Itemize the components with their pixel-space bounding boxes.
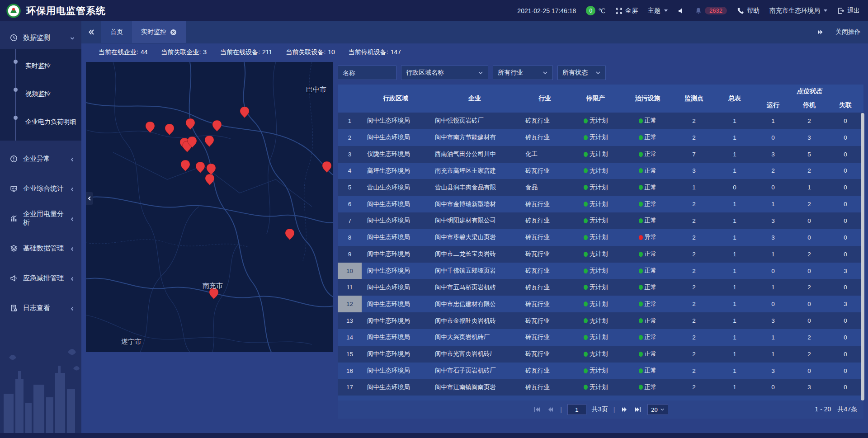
chevron-left-icon	[70, 156, 75, 161]
cell-limit-production: 无计划	[570, 129, 622, 146]
cell-monitor-points: 2	[674, 379, 714, 396]
cell-company: 阆中市南方节能建材有	[429, 129, 520, 146]
page-number-input[interactable]	[567, 404, 586, 415]
column-header-total: 总表	[714, 85, 755, 113]
map-canvas[interactable]: 巴中市南充市遂宁市	[86, 62, 333, 352]
cell-company: 阆中市金博瑞新型墙材	[429, 196, 520, 212]
sidebar-subitem-realtime-monitor[interactable]: 实时监控	[0, 52, 81, 80]
table-row[interactable]: 14阆中生态环境局阆中大兴页岩机砖厂砖瓦行业无计划正常21120	[338, 329, 863, 346]
table-row[interactable]: 11阆中生态环境局阆中市五马桥页岩机砖砖瓦行业无计划正常21120	[338, 279, 863, 296]
status-dot-green	[639, 368, 643, 373]
sidebar-subitem-video-monitor[interactable]: 视频监控	[0, 80, 81, 108]
cell-lost: 0	[827, 212, 863, 229]
table-row[interactable]: 3仪陇生态环境局西南油气田分公司川中化工无计划正常71350	[338, 146, 863, 163]
table-row[interactable]: 4高坪生态环境局南充市高坪区王家店建砖瓦行业无计划正常31220	[338, 163, 863, 179]
close-operations-button[interactable]: 关闭操作	[835, 28, 861, 36]
cell-monitor-points: 7	[674, 146, 714, 163]
table-row[interactable]: 5营山生态环境局营山县润丰肉食品有限食品无计划正常10010	[338, 179, 863, 196]
facility-text: 正常	[645, 283, 657, 292]
sidebar-item-emergency-reduction[interactable]: 应急减排管理	[0, 266, 81, 290]
table-row[interactable]: 17阆中生态环境局阆中市江南镇阆南页岩砖瓦行业无计划正常21030	[338, 379, 863, 396]
table-row[interactable]: 18南部生态环境局南部县砂华页岩有限公砖瓦行业无计划正常60060	[338, 396, 863, 400]
status-dot-green	[584, 285, 588, 290]
table-row[interactable]: 13阆中生态环境局阆中市金福旺页岩机砖砖瓦行业无计划正常21300	[338, 312, 863, 329]
status-dot-green	[639, 285, 643, 290]
cell-running: 3	[755, 212, 791, 229]
help-button[interactable]: 帮助	[737, 7, 760, 15]
logout-button[interactable]: 退出	[837, 7, 860, 15]
tab-realtime[interactable]: 实时监控	[132, 21, 186, 43]
table-row[interactable]: 2阆中生态环境局阆中市南方节能建材有砖瓦行业无计划正常21030	[338, 129, 863, 146]
cell-pollution-facility: 正常	[622, 129, 674, 146]
cell-lost: 0	[827, 179, 863, 196]
horn-icon	[10, 274, 18, 282]
cell-lost: 0	[827, 279, 863, 296]
table-row[interactable]: 10阆中生态环境局阆中千佛镇五郎垭页岩砖瓦行业无计划正常21003	[338, 263, 863, 279]
region-select[interactable]: 行政区域名称	[401, 66, 488, 80]
sidebar-subitem-label: 视频监控	[25, 90, 51, 98]
table-row[interactable]: 12阆中生态环境局阆中市忠信建材有限公砖瓦行业无计划正常21003	[338, 296, 863, 312]
cell-total-meters: 1	[714, 129, 755, 146]
cell-stopped: 2	[791, 196, 827, 212]
sidebar-item-data-monitor[interactable]: 数据监测	[0, 26, 81, 49]
table-row[interactable]: 9阆中生态环境局阆中市二龙长宝页岩砖砖瓦行业无计划正常21120	[338, 246, 863, 263]
sidebar-item-power-analysis[interactable]: 企业用电量分析	[0, 207, 81, 230]
table-scrollbar[interactable]	[861, 113, 864, 400]
next-page-button[interactable]	[620, 405, 628, 414]
cell-industry: 砖瓦行业	[520, 263, 570, 279]
cell-limit-production: 无计划	[570, 363, 622, 379]
page-size-select[interactable]: 20	[647, 404, 668, 415]
column-header-company: 企业	[429, 85, 520, 113]
industry-select[interactable]: 所有行业	[493, 66, 553, 80]
table-row[interactable]: 6阆中生态环境局阆中市金博瑞新型墙材砖瓦行业无计划正常21120	[338, 196, 863, 212]
close-icon[interactable]	[170, 29, 177, 36]
table-row[interactable]: 16阆中生态环境局阆中市石子页岩机砖厂砖瓦行业无计划正常21300	[338, 363, 863, 379]
tabs-scroll-right-button[interactable]	[816, 21, 824, 43]
fullscreen-button[interactable]: 全屏	[615, 7, 638, 15]
sidebar-item-enterprise-abnormal[interactable]: 企业异常	[0, 147, 81, 170]
limit-text: 无计划	[590, 350, 608, 358]
last-page-button[interactable]	[634, 405, 642, 414]
prev-page-button[interactable]	[547, 405, 555, 414]
sidebar-item-base-data[interactable]: 基础数据管理	[0, 236, 81, 260]
table-row[interactable]: 15阆中生态环境局阆中市光富页岩机砖厂砖瓦行业无计划正常21120	[338, 346, 863, 363]
first-page-button[interactable]	[533, 405, 541, 414]
sidebar-item-enterprise-stats[interactable]: 企业综合统计	[0, 177, 81, 200]
cell-lost: 3	[827, 263, 863, 279]
cell-industry: 砖瓦行业	[520, 296, 570, 312]
enterprise-table: 行政区域企业行业停限产治污设施监测点总表点位状态运行停机失联 1阆中生态环境局阆…	[338, 85, 863, 419]
chevron-down-icon	[478, 70, 483, 75]
table-row[interactable]: 7阆中生态环境局阆中明阳建材有限公司砖瓦行业无计划正常21300	[338, 212, 863, 229]
theme-menu[interactable]: 主题	[648, 7, 668, 15]
status-dot-green	[639, 168, 643, 173]
bar-chart-icon	[10, 215, 18, 222]
cell-total-meters: 0	[714, 396, 755, 400]
table-row[interactable]: 8阆中生态环境局阆中市枣碧大梁山页岩砖瓦行业无计划异常21300	[338, 229, 863, 246]
map-collapse-handle[interactable]	[86, 192, 93, 205]
cell-pollution-facility: 正常	[622, 329, 674, 346]
log-doc-icon	[10, 304, 18, 312]
right-panel: 行政区域名称 所有行业 所有状态 行政区域企业行业停限产治污设施监测点总表点位状…	[338, 61, 863, 438]
cell-pollution-facility: 正常	[622, 312, 674, 329]
tabs-scroll-left-button[interactable]	[81, 21, 101, 43]
cell-index: 11	[338, 279, 362, 296]
cell-monitor-points: 2	[674, 229, 714, 246]
sidebar: 数据监测实时监控视频监控企业电力负荷明细企业异常企业综合统计企业用电量分析基础数…	[0, 21, 81, 438]
sidebar-subitem-power-load-detail[interactable]: 企业电力负荷明细	[0, 108, 81, 136]
cell-stopped: 0	[791, 212, 827, 229]
cell-lost: 0	[827, 329, 863, 346]
sidebar-item-log-view[interactable]: 日志查看	[0, 296, 81, 320]
cell-index: 1	[338, 113, 362, 129]
name-search-input[interactable]	[338, 66, 396, 80]
cell-total-meters: 1	[714, 363, 755, 379]
mute-button[interactable]	[678, 7, 685, 14]
notifications[interactable]: 2632	[695, 7, 727, 14]
cell-running: 3	[755, 312, 791, 329]
table-row[interactable]: 1阆中生态环境局阆中强锐页岩砖厂砖瓦行业无计划正常21120	[338, 113, 863, 129]
bullet-dot-icon	[14, 116, 18, 120]
org-menu[interactable]: 南充市生态环境局	[769, 7, 827, 15]
status-select[interactable]: 所有状态	[557, 66, 606, 80]
status-dot-green	[639, 152, 643, 157]
tab-home[interactable]: 首页	[101, 21, 132, 43]
cell-region: 阆中生态环境局	[362, 379, 429, 396]
